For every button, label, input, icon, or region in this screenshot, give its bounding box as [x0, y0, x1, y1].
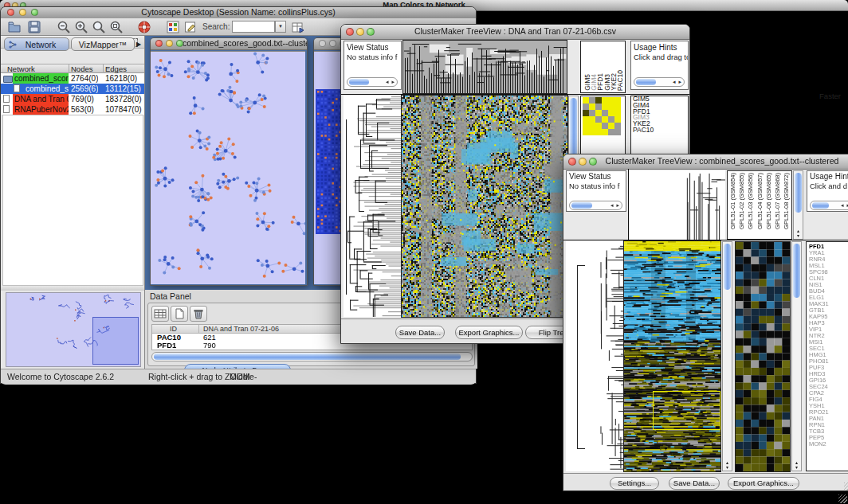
main-titlebar[interactable]: Cytoscape Desktop (Session Name: collins… [1, 7, 476, 19]
column-dendrogram[interactable] [403, 41, 567, 93]
mini-scrollbar[interactable]: ◂ ▸ [347, 77, 398, 87]
matrix-cell[interactable] [589, 104, 595, 110]
close-icon[interactable] [346, 28, 354, 36]
treeview2-titlebar[interactable]: ClusterMaker TreeView : combined_scores_… [563, 154, 848, 170]
matrix-cell[interactable] [608, 129, 614, 135]
zoom-selected-icon[interactable] [109, 20, 124, 34]
scrollbar-thumb[interactable] [154, 354, 461, 360]
matrix-cell[interactable] [608, 123, 614, 129]
overview-viewport-rect[interactable] [92, 317, 139, 365]
delete-attribute-button[interactable] [190, 306, 207, 322]
col-id[interactable]: ID [170, 325, 177, 333]
matrix-cell[interactable] [614, 104, 621, 110]
close-icon[interactable] [319, 40, 326, 47]
matrix-cell[interactable] [589, 116, 595, 123]
tab-overflow-icon[interactable]: ▶ [136, 41, 141, 48]
scrollbar-thumb[interactable] [724, 244, 731, 290]
network-window-1-titlebar[interactable]: combined_scores_good.txt--cluste... [151, 38, 307, 50]
row-dendrogram[interactable] [566, 241, 624, 471]
matrix-cell[interactable] [602, 123, 608, 129]
scrollbar-thumb[interactable] [793, 244, 800, 298]
mini-scrollbar[interactable]: ◂ ▸ [810, 201, 848, 210]
network-row-dna-tran[interactable]: DNA and Tran 07 769(0) 183728(0) [1, 94, 144, 104]
matrix-cell[interactable] [608, 110, 614, 116]
zoom-out-icon[interactable] [57, 20, 71, 34]
matrix-cell[interactable] [602, 116, 608, 123]
matrix-cell[interactable] [602, 129, 608, 135]
export-graphics-button[interactable]: Export Graphics... [728, 477, 799, 490]
open-file-icon[interactable] [7, 20, 22, 34]
matrix-cell[interactable] [602, 97, 608, 104]
save-data-button[interactable]: Save Data... [395, 326, 445, 339]
matrix-cell[interactable] [608, 97, 614, 104]
matrix-cell[interactable] [583, 116, 589, 123]
zoom-icon[interactable] [176, 40, 183, 47]
matrix-cell[interactable] [595, 97, 602, 104]
birdseye-overview[interactable] [6, 292, 141, 367]
network-row-rnapuber[interactable]: RNAPuberNov2+ 563(0) 107847(0) [1, 104, 144, 115]
main-heatmap[interactable] [624, 241, 720, 471]
export-graphics-button[interactable]: Export Graphics... [455, 326, 523, 339]
minimize-icon[interactable] [356, 28, 364, 36]
attribute-select-button[interactable] [151, 306, 169, 322]
import-table-icon[interactable] [291, 20, 305, 34]
matrix-cell[interactable] [589, 97, 595, 104]
matrix-cell[interactable] [602, 104, 608, 110]
close-icon[interactable] [155, 40, 163, 47]
col-nodes[interactable]: Nodes [71, 64, 92, 73]
minimize-icon[interactable] [579, 158, 587, 166]
vertical-scrollbar[interactable]: ▴▾ [722, 241, 732, 471]
network-row-combined-scores[interactable]: combined_scores 2764(0) 16218(0) [1, 73, 144, 84]
horizontal-scrollbar[interactable] [151, 352, 473, 361]
matrix-cell[interactable] [583, 97, 589, 104]
matrix-cell[interactable] [614, 129, 621, 135]
minimize-icon[interactable] [19, 9, 26, 16]
zoom-icon[interactable] [367, 28, 375, 36]
col-network[interactable]: Network [7, 64, 35, 73]
close-icon[interactable] [568, 158, 576, 166]
save-icon[interactable] [27, 20, 41, 34]
scrollbar-thumb[interactable] [795, 173, 802, 213]
new-attribute-button[interactable] [171, 306, 188, 322]
zoom-icon[interactable] [31, 9, 38, 16]
tab-vizmapper[interactable]: VizMapper™ [71, 37, 135, 51]
zoom-heatmap[interactable] [736, 242, 790, 471]
matrix-cell[interactable] [589, 123, 595, 129]
minimize-icon[interactable] [329, 40, 336, 47]
matrix-cell[interactable] [595, 104, 602, 110]
matrix-cell[interactable] [614, 97, 621, 104]
minimize-icon[interactable] [166, 40, 173, 47]
network-row-selected[interactable]: combined_sco 2569(6) 13112(15) [1, 84, 144, 94]
matrix-cell[interactable] [614, 116, 621, 123]
settings-button[interactable]: Settings... [610, 477, 659, 490]
matrix-cell[interactable] [608, 116, 614, 123]
help-lifebuoy-icon[interactable] [137, 20, 151, 34]
network-graph[interactable] [151, 52, 305, 284]
splitter-handle[interactable] [1, 286, 144, 291]
matrix-cell[interactable] [614, 110, 621, 116]
annotation-icon[interactable] [183, 20, 198, 34]
matrix-cell[interactable] [595, 129, 602, 135]
matrix-cell[interactable] [614, 123, 621, 129]
col-attribute[interactable]: DNA and Tran 07-21-06 [203, 325, 279, 333]
matrix-cell[interactable] [583, 110, 589, 116]
matrix-cell[interactable] [583, 129, 589, 135]
correlation-matrix[interactable] [583, 97, 621, 135]
col-edges[interactable]: Edges [105, 64, 127, 73]
matrix-cell[interactable] [602, 110, 608, 116]
network-canvas-1[interactable] [151, 51, 305, 284]
matrix-cell[interactable] [595, 123, 602, 129]
network-window-1[interactable]: combined_scores_good.txt--cluste... [150, 37, 308, 286]
close-icon[interactable] [7, 9, 14, 16]
vertical-scrollbar[interactable]: ▴▾ [791, 241, 802, 471]
matrix-cell[interactable] [608, 104, 614, 110]
row-dendrogram[interactable] [344, 96, 401, 317]
matrix-cell[interactable] [583, 123, 589, 129]
search-dropdown-icon[interactable]: ▼ [275, 21, 286, 33]
matrix-cell[interactable] [595, 110, 602, 116]
zoom-icon[interactable] [589, 158, 597, 166]
mini-scrollbar[interactable]: ◂ ▸ [569, 201, 622, 210]
mini-scrollbar[interactable]: ◂ ▸ [634, 77, 685, 87]
treeview1-titlebar[interactable]: ClusterMaker TreeView : DNA and Tran 07-… [341, 25, 689, 40]
tab-network[interactable]: Network [4, 37, 69, 51]
